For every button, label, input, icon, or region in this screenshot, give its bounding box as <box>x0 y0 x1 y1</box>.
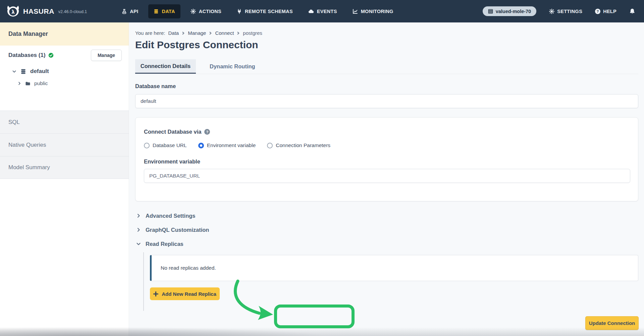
nav-item-label: API <box>130 9 138 14</box>
section-label: GraphQL Customization <box>146 227 209 233</box>
help-link[interactable]: ? HELP <box>595 9 616 14</box>
project-pill[interactable]: valued-mole-70 <box>483 6 537 16</box>
breadcrumb-prefix: You are here: <box>135 30 165 36</box>
settings-link[interactable]: SETTINGS <box>549 9 582 14</box>
chevron-right-icon <box>182 31 185 35</box>
brand-name: HASURA <box>23 7 54 15</box>
tab-connection-details[interactable]: Connection Details <box>135 59 196 74</box>
tab-dynamic-routing[interactable]: Dynamic Routing <box>206 59 259 74</box>
sidebar-item-native-queries[interactable]: Native Queries <box>0 133 129 156</box>
sidebar-item-sql[interactable]: SQL <box>0 111 129 133</box>
section-graphql-customization[interactable]: GraphQL Customization <box>136 223 209 237</box>
chevron-right-icon <box>136 213 141 218</box>
breadcrumb-item-data[interactable]: Data <box>168 30 179 36</box>
page-title: Edit Postgres Connection <box>135 39 258 51</box>
main-content: You are here: Data Manage Connect postgr… <box>129 22 644 336</box>
version-label: v2.46.0-cloud.1 <box>58 9 87 14</box>
breadcrumb-item-connect[interactable]: Connect <box>215 30 234 36</box>
folder-icon <box>25 81 31 86</box>
navbar-right: valued-mole-70 SETTINGS ? HELP <box>483 6 635 16</box>
hasura-logo-icon: λ <box>6 5 20 18</box>
radio-icon[interactable] <box>144 143 150 148</box>
database-icon <box>154 9 159 14</box>
add-read-replica-label: Add New Read Replica <box>162 291 216 297</box>
annotation-arrow <box>228 278 282 325</box>
update-connection-button[interactable]: Update Connection <box>585 316 639 330</box>
breadcrumb-item-postgres: postgres <box>243 30 262 36</box>
tab-label: Connection Details <box>141 63 191 69</box>
nav-item-api[interactable]: API <box>116 4 144 18</box>
plus-icon <box>153 291 158 296</box>
sidebar-nav: SQL Native Queries Model Summary <box>0 111 129 179</box>
plug-icon <box>237 9 242 14</box>
help-circle-icon[interactable]: ? <box>204 129 210 135</box>
chevron-right-icon[interactable] <box>17 81 21 85</box>
gear-icon <box>549 9 554 14</box>
svg-text:λ: λ <box>11 9 15 15</box>
database-name-input[interactable] <box>135 94 638 108</box>
section-label: Advanced Settings <box>146 213 196 219</box>
sidebar-item-label: Model Summary <box>8 164 50 171</box>
sidebar-item-label: SQL <box>8 119 20 126</box>
radio-database-url[interactable]: Database URL <box>144 142 187 148</box>
nav-item-remote-schemas[interactable]: REMOTE SCHEMAS <box>231 4 298 18</box>
add-read-replica-button[interactable]: Add New Read Replica <box>150 287 220 300</box>
chevron-down-icon[interactable] <box>12 69 16 74</box>
database-icon <box>20 69 26 74</box>
breadcrumb-item-manage[interactable]: Manage <box>188 30 206 36</box>
section-indent-line <box>143 252 144 311</box>
nav-item-data[interactable]: DATA <box>148 4 180 18</box>
section-read-replicas[interactable]: Read Replicas <box>136 237 209 251</box>
top-navbar: λ HASURA v2.46.0-cloud.1 API <box>0 0 644 22</box>
radio-label: Connection Parameters <box>276 142 330 148</box>
chevron-right-icon <box>237 31 240 35</box>
nav-item-label: EVENTS <box>317 9 337 14</box>
connect-via-options: Database URL Environment variable Connec… <box>144 142 630 148</box>
project-name: valued-mole-70 <box>496 9 531 14</box>
sidebar-header-label: Data Manager <box>8 30 48 38</box>
radio-icon[interactable] <box>198 143 204 148</box>
env-var-label: Environment variable <box>144 158 630 165</box>
settings-label: SETTINGS <box>557 9 582 14</box>
section-label: Read Replicas <box>146 241 183 247</box>
read-replicas-empty-message: No read replicas added. <box>161 265 216 271</box>
sidebar-item-label: Native Queries <box>8 142 46 148</box>
breadcrumb: You are here: Data Manage Connect postgr… <box>135 30 262 36</box>
radio-environment-variable[interactable]: Environment variable <box>198 142 256 148</box>
check-circle-icon <box>48 53 54 58</box>
nav-item-label: REMOTE SCHEMAS <box>245 9 293 14</box>
nav-item-actions[interactable]: ACTIONS <box>185 4 227 18</box>
radio-icon[interactable] <box>267 143 273 148</box>
tab-bar: Connection Details Dynamic Routing <box>135 59 638 74</box>
chart-icon <box>353 9 358 14</box>
read-replicas-empty-box: No read replicas added. <box>150 255 638 281</box>
connect-via-label: Connect Database via <box>144 129 201 135</box>
flask-icon <box>122 9 127 14</box>
help-label: HELP <box>603 9 616 14</box>
connect-via-card: Connect Database via ? Database URL Envi… <box>135 117 638 201</box>
notification-bell-icon[interactable] <box>629 8 635 14</box>
tree-item-public-schema[interactable]: public <box>0 78 129 89</box>
section-advanced-settings[interactable]: Advanced Settings <box>136 209 209 223</box>
sidebar-item-model-summary[interactable]: Model Summary <box>0 156 129 179</box>
databases-label: Databases (1) <box>8 52 54 59</box>
tree-item-default-db[interactable]: default <box>0 65 129 78</box>
manage-button[interactable]: Manage <box>91 50 122 61</box>
radio-connection-parameters[interactable]: Connection Parameters <box>267 142 330 148</box>
brand-block[interactable]: λ HASURA v2.46.0-cloud.1 <box>6 5 87 18</box>
server-icon <box>488 9 493 14</box>
collapsible-sections: Advanced Settings GraphQL Customization … <box>136 209 209 251</box>
nav-item-label: DATA <box>162 9 175 14</box>
nav-item-label: MONITORING <box>361 9 393 14</box>
sidebar-header[interactable]: Data Manager <box>0 22 129 46</box>
annotation-highlight-ring <box>274 305 355 328</box>
nav-item-events[interactable]: EVENTS <box>303 4 342 18</box>
tree-item-label: default <box>30 68 49 75</box>
cloud-icon <box>308 9 314 14</box>
chevron-right-icon <box>209 31 212 35</box>
nav-item-monitoring[interactable]: MONITORING <box>347 4 399 18</box>
env-var-input[interactable] <box>144 169 630 183</box>
gear-icon <box>191 9 196 14</box>
radio-label: Environment variable <box>207 142 256 148</box>
radio-label: Database URL <box>153 142 187 148</box>
